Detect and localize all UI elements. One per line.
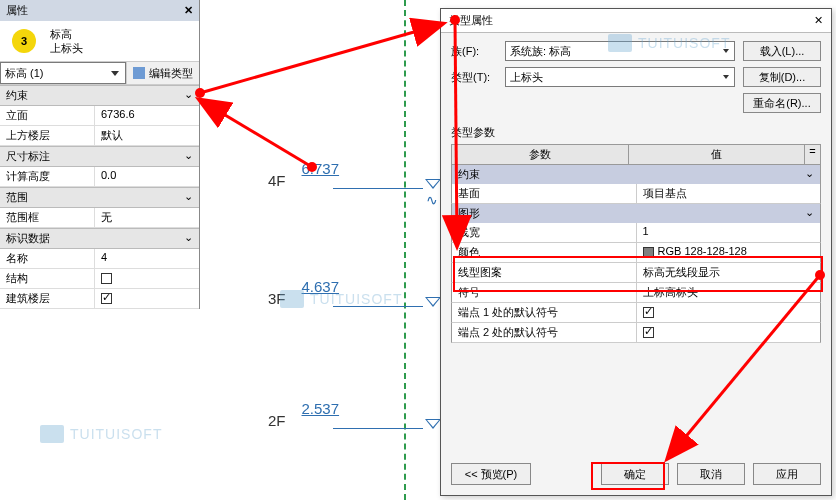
dialog-close-icon[interactable]: ✕ xyxy=(814,14,823,27)
struct-value[interactable] xyxy=(95,269,199,288)
type-selector-dropdown[interactable]: 标高 (1) xyxy=(0,62,126,84)
upper-value[interactable]: 默认 xyxy=(95,126,199,145)
section-dim-label: 尺寸标注 xyxy=(6,149,50,164)
symbol-val[interactable]: 上标高标头 xyxy=(637,283,821,302)
type-name-label: 上标头 xyxy=(50,41,83,55)
row-upper-story: 上方楼层默认 xyxy=(0,126,199,146)
type-selector-row: 标高 (1) 编辑类型 xyxy=(0,62,199,85)
row-lineweight: 线宽1 xyxy=(451,223,821,243)
end2-val[interactable] xyxy=(637,323,821,342)
dialog-footer: << 预览(P) 确定 取消 应用 xyxy=(441,463,831,485)
level-marker-icon xyxy=(425,297,441,307)
type-value: 上标头 xyxy=(510,70,543,85)
apply-button[interactable]: 应用 xyxy=(753,463,821,485)
color-swatch-icon xyxy=(643,247,654,258)
lw-val[interactable]: 1 xyxy=(637,223,821,242)
group-graphics[interactable]: 图形⌄ xyxy=(451,204,821,223)
base-key: 基面 xyxy=(452,184,637,203)
end2-checkbox[interactable] xyxy=(643,327,654,338)
rename-button[interactable]: 重命名(R)... xyxy=(743,93,821,113)
name-value[interactable]: 4 xyxy=(95,249,199,268)
section-identity[interactable]: 标识数据⌄ xyxy=(0,228,199,249)
color-val[interactable]: RGB 128-128-128 xyxy=(637,243,821,262)
type-properties-dialog: 类型属性 ✕ 族(F): 系统族: 标高 载入(L)... 类型(T): 上标头… xyxy=(440,8,832,496)
row-end1: 端点 1 处的默认符号 xyxy=(451,303,821,323)
level-4f[interactable]: 4F 6.737 xyxy=(268,172,441,189)
level-4f-value: 6.737 xyxy=(302,160,340,177)
family-row: 族(F): 系统族: 标高 载入(L)... xyxy=(451,41,821,61)
properties-header: 3 标高 上标头 xyxy=(0,21,199,62)
expand-icon: ⌄ xyxy=(805,167,814,182)
type-row: 类型(T): 上标头 复制(D)... xyxy=(451,67,821,87)
color-key: 颜色 xyxy=(452,243,637,262)
level-4f-line xyxy=(333,188,423,189)
hdr-value: 值 xyxy=(629,145,805,164)
edit-type-button[interactable]: 编辑类型 xyxy=(126,62,199,84)
type-dropdown[interactable]: 上标头 xyxy=(505,67,735,87)
elev-value[interactable]: 6736.6 xyxy=(95,106,199,125)
cancel-button[interactable]: 取消 xyxy=(677,463,745,485)
type-selector-value: 标高 (1) xyxy=(5,66,44,81)
group-constraints[interactable]: 约束⌄ xyxy=(451,165,821,184)
load-button[interactable]: 载入(L)... xyxy=(743,41,821,61)
end1-key: 端点 1 处的默认符号 xyxy=(452,303,637,322)
row-line-pattern: 线型图案标高无线段显示 xyxy=(451,263,821,283)
row-name: 名称4 xyxy=(0,249,199,269)
color-text: RGB 128-128-128 xyxy=(658,245,747,257)
edit-type-icon xyxy=(133,67,145,79)
collapse-icon: ⌄ xyxy=(184,88,193,103)
type-params-section: 类型参数 参数 值 = 约束⌄ 基面项目基点 图形⌄ 线宽1 颜色RGB 128… xyxy=(451,125,821,343)
level-3f-name: 3F xyxy=(268,290,286,307)
duplicate-button[interactable]: 复制(D)... xyxy=(743,67,821,87)
section-constraints[interactable]: 约束⌄ xyxy=(0,85,199,106)
collapse-icon: ⌄ xyxy=(184,190,193,205)
properties-type-labels: 标高 上标头 xyxy=(50,27,83,55)
collapse-icon: ⌄ xyxy=(184,231,193,246)
family-label: 族(F): xyxy=(451,44,505,59)
edit-type-label: 编辑类型 xyxy=(149,66,193,81)
elev-key: 立面 xyxy=(0,106,95,125)
params-header: 参数 值 = xyxy=(451,144,821,165)
row-end2: 端点 2 处的默认符号 xyxy=(451,323,821,343)
section-dimensions[interactable]: 尺寸标注⌄ xyxy=(0,146,199,167)
symbol-key: 符号 xyxy=(452,283,637,302)
row-elevation: 立面6736.6 xyxy=(0,106,199,126)
linepat-val[interactable]: 标高无线段显示 xyxy=(637,263,821,282)
dialog-titlebar[interactable]: 类型属性 ✕ xyxy=(441,9,831,33)
preview-button[interactable]: << 预览(P) xyxy=(451,463,531,485)
base-val[interactable]: 项目基点 xyxy=(637,184,821,203)
row-scope-box: 范围框无 xyxy=(0,208,199,228)
struct-checkbox[interactable] xyxy=(101,273,112,284)
level-2f-line xyxy=(333,428,423,429)
bstory-checkbox[interactable] xyxy=(101,293,112,304)
row-building-story: 建筑楼层 xyxy=(0,289,199,309)
level-3f[interactable]: 3F 4.637 xyxy=(268,290,441,307)
dialog-title-text: 类型属性 xyxy=(449,13,493,28)
bstory-value[interactable] xyxy=(95,289,199,308)
properties-close-icon[interactable]: ✕ xyxy=(184,4,193,17)
step-badge: 3 xyxy=(12,29,36,53)
ok-button[interactable]: 确定 xyxy=(601,463,669,485)
properties-title-text: 属性 xyxy=(6,3,28,18)
break-symbol-icon: ∿ xyxy=(426,192,438,208)
end1-val[interactable] xyxy=(637,303,821,322)
group-graphics-label: 图形 xyxy=(458,206,480,221)
section-scope[interactable]: 范围⌄ xyxy=(0,187,199,208)
level-3f-value: 4.637 xyxy=(302,278,340,295)
level-marker-icon xyxy=(425,419,441,429)
calc-key: 计算高度 xyxy=(0,167,95,186)
name-key: 名称 xyxy=(0,249,95,268)
properties-panel: 属性 ✕ 3 标高 上标头 标高 (1) 编辑类型 约束⌄ 立面6736.6 上… xyxy=(0,0,200,309)
calc-value[interactable]: 0.0 xyxy=(95,167,199,186)
row-calc-height: 计算高度0.0 xyxy=(0,167,199,187)
level-2f[interactable]: 2F 2.537 xyxy=(268,412,441,429)
linepat-key: 线型图案 xyxy=(452,263,637,282)
family-dropdown[interactable]: 系统族: 标高 xyxy=(505,41,735,61)
level-4f-name: 4F xyxy=(268,172,286,189)
level-2f-value: 2.537 xyxy=(302,400,340,417)
properties-titlebar: 属性 ✕ xyxy=(0,0,199,21)
section-scope-label: 范围 xyxy=(6,190,28,205)
end1-checkbox[interactable] xyxy=(643,307,654,318)
scopebox-value[interactable]: 无 xyxy=(95,208,199,227)
watermark: TUITUISOFT xyxy=(40,425,162,443)
